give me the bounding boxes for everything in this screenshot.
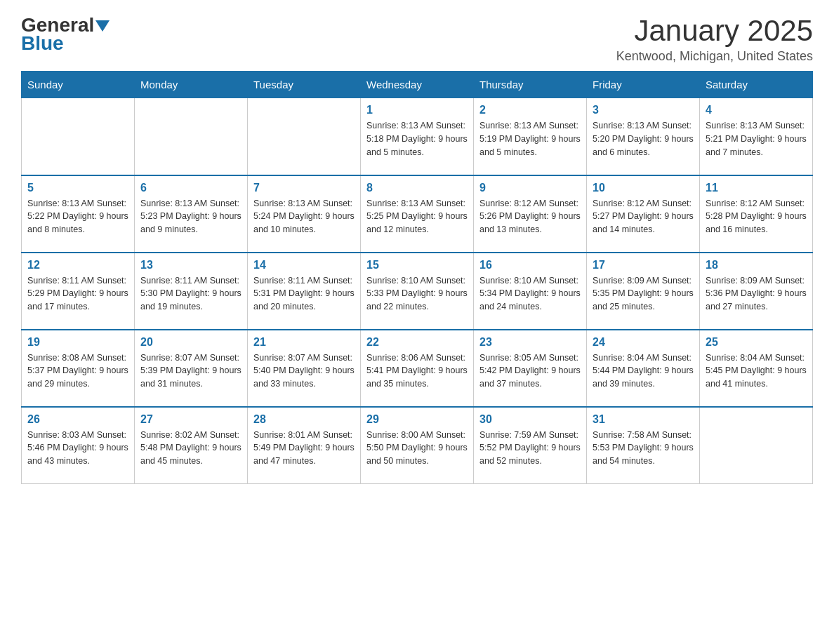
day-info: Sunrise: 8:13 AM Sunset: 5:18 PM Dayligh… [366,119,468,159]
calendar-day-cell: 23Sunrise: 8:05 AM Sunset: 5:42 PM Dayli… [474,330,587,407]
day-info: Sunrise: 8:11 AM Sunset: 5:29 PM Dayligh… [27,274,128,314]
day-number: 19 [27,336,128,349]
logo-triangle-icon [95,19,110,33]
month-title: January 2025 [616,14,813,48]
calendar-day-cell: 6Sunrise: 8:13 AM Sunset: 5:23 PM Daylig… [135,175,248,253]
day-info: Sunrise: 7:59 AM Sunset: 5:52 PM Dayligh… [479,429,581,468]
day-info: Sunrise: 8:13 AM Sunset: 5:23 PM Dayligh… [140,197,241,236]
calendar-day-cell: 14Sunrise: 8:11 AM Sunset: 5:31 PM Dayli… [248,253,361,330]
calendar-day-cell: 27Sunrise: 8:02 AM Sunset: 5:48 PM Dayli… [135,407,248,484]
calendar-day-cell: 20Sunrise: 8:07 AM Sunset: 5:39 PM Dayli… [135,330,248,407]
day-number: 26 [27,413,128,426]
calendar-day-header: Monday [135,72,248,98]
calendar-day-cell: 9Sunrise: 8:12 AM Sunset: 5:26 PM Daylig… [474,175,587,253]
location-subtitle: Kentwood, Michigan, United States [616,49,813,64]
day-info: Sunrise: 8:00 AM Sunset: 5:50 PM Dayligh… [366,429,468,468]
calendar-day-cell: 3Sunrise: 8:13 AM Sunset: 5:20 PM Daylig… [587,98,700,175]
calendar-day-cell: 30Sunrise: 7:59 AM Sunset: 5:52 PM Dayli… [474,407,587,484]
calendar-day-cell: 7Sunrise: 8:13 AM Sunset: 5:24 PM Daylig… [248,175,361,253]
day-number: 25 [706,336,807,349]
day-number: 21 [253,336,355,349]
day-number: 24 [593,336,694,349]
calendar-week-row: 5Sunrise: 8:13 AM Sunset: 5:22 PM Daylig… [22,175,813,253]
day-number: 15 [366,259,468,271]
calendar-week-row: 26Sunrise: 8:03 AM Sunset: 5:46 PM Dayli… [22,407,813,484]
calendar-day-cell: 25Sunrise: 8:04 AM Sunset: 5:45 PM Dayli… [700,330,813,407]
calendar-day-cell: 4Sunrise: 8:13 AM Sunset: 5:21 PM Daylig… [700,98,813,175]
day-number: 10 [593,182,694,194]
calendar-day-cell: 18Sunrise: 8:09 AM Sunset: 5:36 PM Dayli… [700,253,813,330]
day-info: Sunrise: 8:09 AM Sunset: 5:36 PM Dayligh… [706,274,807,314]
day-number: 3 [593,104,694,116]
day-info: Sunrise: 8:04 AM Sunset: 5:44 PM Dayligh… [593,351,694,391]
calendar-day-cell: 24Sunrise: 8:04 AM Sunset: 5:44 PM Dayli… [587,330,700,407]
calendar-day-cell: 19Sunrise: 8:08 AM Sunset: 5:37 PM Dayli… [22,330,135,407]
day-number: 28 [253,413,355,426]
day-number: 18 [706,259,807,271]
calendar-header-row: SundayMondayTuesdayWednesdayThursdayFrid… [22,72,813,98]
day-info: Sunrise: 8:13 AM Sunset: 5:24 PM Dayligh… [253,197,355,236]
day-info: Sunrise: 8:12 AM Sunset: 5:28 PM Dayligh… [706,197,807,236]
day-number: 7 [253,182,355,194]
calendar-day-cell: 1Sunrise: 8:13 AM Sunset: 5:18 PM Daylig… [361,98,474,175]
day-info: Sunrise: 8:13 AM Sunset: 5:22 PM Dayligh… [27,197,128,236]
day-info: Sunrise: 8:12 AM Sunset: 5:27 PM Dayligh… [593,197,694,236]
calendar-day-cell: 5Sunrise: 8:13 AM Sunset: 5:22 PM Daylig… [22,175,135,253]
calendar-day-cell: 31Sunrise: 7:58 AM Sunset: 5:53 PM Dayli… [587,407,700,484]
day-number: 31 [593,413,694,426]
calendar-day-cell: 10Sunrise: 8:12 AM Sunset: 5:27 PM Dayli… [587,175,700,253]
day-number: 30 [479,413,581,426]
day-info: Sunrise: 8:13 AM Sunset: 5:19 PM Dayligh… [479,119,581,159]
day-info: Sunrise: 8:04 AM Sunset: 5:45 PM Dayligh… [706,351,807,391]
day-info: Sunrise: 8:10 AM Sunset: 5:34 PM Dayligh… [479,274,581,314]
page-header: General Blue January 2025 Kentwood, Mich… [21,14,813,64]
day-number: 27 [140,413,241,426]
calendar-table: SundayMondayTuesdayWednesdayThursdayFrid… [21,71,813,484]
day-info: Sunrise: 8:07 AM Sunset: 5:40 PM Dayligh… [253,351,355,391]
calendar-day-cell: 16Sunrise: 8:10 AM Sunset: 5:34 PM Dayli… [474,253,587,330]
title-section: January 2025 Kentwood, Michigan, United … [616,14,813,64]
calendar-day-cell: 15Sunrise: 8:10 AM Sunset: 5:33 PM Dayli… [361,253,474,330]
day-number: 16 [479,259,581,271]
day-info: Sunrise: 8:11 AM Sunset: 5:31 PM Dayligh… [253,274,355,314]
calendar-day-header: Thursday [474,72,587,98]
day-info: Sunrise: 7:58 AM Sunset: 5:53 PM Dayligh… [593,429,694,468]
day-number: 22 [366,336,468,349]
calendar-day-cell: 26Sunrise: 8:03 AM Sunset: 5:46 PM Dayli… [22,407,135,484]
calendar-day-cell: 21Sunrise: 8:07 AM Sunset: 5:40 PM Dayli… [248,330,361,407]
calendar-day-cell [248,98,361,175]
calendar-week-row: 19Sunrise: 8:08 AM Sunset: 5:37 PM Dayli… [22,330,813,407]
calendar-day-cell: 28Sunrise: 8:01 AM Sunset: 5:49 PM Dayli… [248,407,361,484]
day-number: 13 [140,259,241,271]
day-info: Sunrise: 8:01 AM Sunset: 5:49 PM Dayligh… [253,429,355,468]
day-number: 9 [479,182,581,194]
day-number: 8 [366,182,468,194]
day-number: 11 [706,182,807,194]
day-info: Sunrise: 8:06 AM Sunset: 5:41 PM Dayligh… [366,351,468,391]
calendar-day-cell: 17Sunrise: 8:09 AM Sunset: 5:35 PM Dayli… [587,253,700,330]
logo: General Blue [21,14,110,55]
day-info: Sunrise: 8:02 AM Sunset: 5:48 PM Dayligh… [140,429,241,468]
calendar-day-cell: 8Sunrise: 8:13 AM Sunset: 5:25 PM Daylig… [361,175,474,253]
day-info: Sunrise: 8:09 AM Sunset: 5:35 PM Dayligh… [593,274,694,314]
day-number: 20 [140,336,241,349]
day-info: Sunrise: 8:07 AM Sunset: 5:39 PM Dayligh… [140,351,241,391]
calendar-day-cell: 2Sunrise: 8:13 AM Sunset: 5:19 PM Daylig… [474,98,587,175]
calendar-day-cell [700,407,813,484]
day-number: 5 [27,182,128,194]
calendar-day-cell [135,98,248,175]
calendar-day-header: Tuesday [248,72,361,98]
calendar-day-header: Sunday [22,72,135,98]
calendar-day-cell: 22Sunrise: 8:06 AM Sunset: 5:41 PM Dayli… [361,330,474,407]
calendar-week-row: 12Sunrise: 8:11 AM Sunset: 5:29 PM Dayli… [22,253,813,330]
calendar-day-cell: 12Sunrise: 8:11 AM Sunset: 5:29 PM Dayli… [22,253,135,330]
day-number: 2 [479,104,581,116]
calendar-day-header: Wednesday [361,72,474,98]
calendar-week-row: 1Sunrise: 8:13 AM Sunset: 5:18 PM Daylig… [22,98,813,175]
day-info: Sunrise: 8:13 AM Sunset: 5:21 PM Dayligh… [706,119,807,159]
day-number: 12 [27,259,128,271]
logo-blue-text: Blue [21,32,64,55]
day-info: Sunrise: 8:08 AM Sunset: 5:37 PM Dayligh… [27,351,128,391]
calendar-day-header: Saturday [700,72,813,98]
day-number: 23 [479,336,581,349]
